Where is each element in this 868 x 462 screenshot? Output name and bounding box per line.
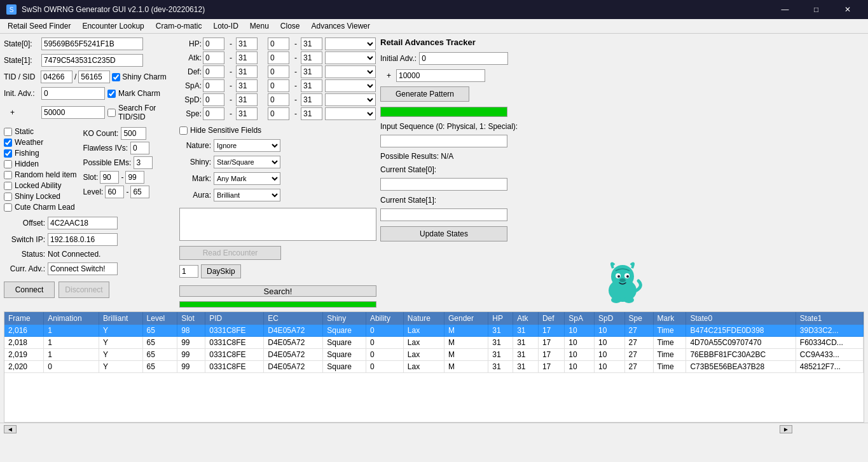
iv-min2-1[interactable] (268, 51, 289, 64)
col-header-spa: SpA (565, 312, 595, 325)
nature-select[interactable]: Ignore (214, 139, 280, 152)
weather-checkbox[interactable] (4, 139, 12, 147)
read-encounter-button[interactable]: Read Encounter (179, 246, 281, 260)
plus-input[interactable] (41, 106, 105, 119)
curr-adv-input[interactable] (48, 262, 118, 275)
connect-button[interactable]: Connect (4, 282, 55, 298)
iv-min1-5[interactable] (203, 107, 224, 120)
level-min-input[interactable] (105, 186, 124, 198)
generate-pattern-button[interactable]: Generate Pattern (380, 86, 469, 102)
iv-min1-3[interactable] (203, 79, 224, 92)
iv-max2-2[interactable] (301, 65, 322, 78)
iv-max2-3[interactable] (301, 79, 322, 92)
fishing-checkbox[interactable] (4, 149, 12, 158)
static-checkbox[interactable] (4, 128, 12, 136)
level-max-input[interactable] (130, 186, 149, 198)
switch-ip-input[interactable] (48, 233, 118, 246)
iv-dropdown-4[interactable] (325, 93, 376, 106)
iv-max2-1[interactable] (301, 51, 322, 64)
disconnect-button[interactable]: Disconnect (59, 282, 109, 298)
search-tid-checkbox[interactable] (107, 109, 116, 117)
iv-dropdown-1[interactable] (325, 51, 376, 64)
iv-min2-5[interactable] (268, 107, 289, 120)
iv-max2-5[interactable] (301, 107, 322, 120)
slot-min-input[interactable] (100, 171, 119, 184)
close-button[interactable]: ✕ (833, 3, 862, 16)
iv-dropdown-2[interactable] (325, 65, 376, 78)
iv-dropdown-0[interactable] (325, 37, 376, 50)
status-label: Status: (4, 250, 45, 259)
random-held-item-checkbox[interactable] (4, 171, 12, 179)
menu-advances-viewer[interactable]: Advances Viewer (307, 20, 376, 32)
shiny-locked-checkbox[interactable] (4, 193, 12, 201)
state1-input[interactable] (41, 54, 143, 67)
iv-max1-5[interactable] (236, 107, 258, 120)
shiny-select[interactable]: Star/Square (214, 156, 280, 168)
iv-max1-3[interactable] (236, 79, 258, 92)
input-seq-input[interactable] (380, 135, 507, 147)
scroll-left-button[interactable]: ◄ (4, 425, 17, 433)
slot-max-input[interactable] (125, 171, 144, 184)
menu-cram-o-matic[interactable]: Cram-o-matic (151, 20, 207, 32)
iv-max2-0[interactable] (301, 37, 322, 50)
iv-max1-2[interactable] (236, 65, 258, 78)
init-adv-input[interactable] (41, 87, 105, 100)
current-state1-input[interactable] (380, 208, 507, 221)
iv-min2-0[interactable] (268, 37, 289, 50)
mark-charm-checkbox[interactable] (107, 90, 116, 98)
menu-encounter-lookup[interactable]: Encounter Lookup (77, 20, 149, 32)
iv-dash1-4: - (227, 95, 235, 104)
daystep-button[interactable]: DaySkip (201, 264, 241, 278)
menu-retail-seed-finder[interactable]: Retail Seed Finder (3, 20, 76, 32)
table-cell-5: 0331C8FE (205, 361, 264, 373)
possible-ems-input[interactable] (134, 156, 153, 169)
table-cell-16: 27 (624, 325, 653, 337)
hidden-checkbox[interactable] (4, 160, 12, 168)
iv-max2-4[interactable] (301, 93, 322, 106)
iv-min1-0[interactable] (203, 37, 224, 50)
iv-max1-4[interactable] (236, 93, 258, 106)
menu-close[interactable]: Close (275, 20, 305, 32)
iv-min2-4[interactable] (268, 93, 289, 106)
hide-sensitive-checkbox[interactable] (179, 126, 188, 135)
shiny-charm-checkbox[interactable] (112, 73, 120, 81)
iv-min1-2[interactable] (203, 65, 224, 78)
cute-charm-lead-checkbox[interactable] (4, 203, 12, 212)
col-header-slot: Slot (177, 312, 205, 325)
sid-input[interactable] (78, 71, 110, 83)
iv-max1-1[interactable] (236, 51, 258, 64)
iv-min2-2[interactable] (268, 65, 289, 78)
ko-count-input[interactable] (121, 127, 146, 140)
flawless-ivs-input[interactable] (130, 142, 149, 154)
table-cell-13: 17 (538, 361, 564, 373)
table-row[interactable]: 2,0191Y65990331C8FED4E05A72Square0LaxM31… (4, 349, 864, 361)
current-state0-input[interactable] (380, 178, 507, 191)
aura-select[interactable]: Brilliant (214, 189, 280, 201)
menu-menu[interactable]: Menu (245, 20, 274, 32)
offset-input[interactable] (48, 217, 118, 229)
update-states-button[interactable]: Update States (380, 226, 507, 241)
iv-min1-1[interactable] (203, 51, 224, 64)
initial-adv-input[interactable] (419, 52, 508, 65)
tracker-plus-input[interactable] (396, 69, 485, 82)
iv-min2-3[interactable] (268, 79, 289, 92)
iv-dropdown-5[interactable] (325, 107, 376, 120)
iv-dropdown-3[interactable] (325, 79, 376, 92)
iv-max1-0[interactable] (236, 37, 258, 50)
scroll-right-button[interactable]: ► (780, 425, 792, 433)
iv-min1-4[interactable] (203, 93, 224, 106)
table-cell-4: 99 (177, 337, 205, 349)
daystep-num-input[interactable] (179, 265, 198, 278)
table-row[interactable]: 2,0161Y65980331C8FED4E05A72Square0LaxM31… (4, 325, 864, 337)
table-container[interactable]: FrameAnimationBrilliantLevelSlotPIDECShi… (4, 311, 864, 423)
minimize-button[interactable]: — (771, 3, 799, 16)
search-button[interactable]: Search! (179, 285, 376, 297)
state0-input[interactable] (41, 37, 143, 50)
mark-select[interactable]: Any Mark (214, 172, 280, 185)
table-row[interactable]: 2,0181Y65990331C8FED4E05A72Square0LaxM31… (4, 337, 864, 349)
locked-ability-checkbox[interactable] (4, 182, 12, 190)
maximize-button[interactable]: □ (802, 3, 830, 16)
table-row[interactable]: 2,0200Y65990331C8FED4E05A72Square0LaxM31… (4, 361, 864, 373)
tid-input[interactable] (41, 71, 72, 83)
menu-loto-id[interactable]: Loto-ID (208, 20, 243, 32)
